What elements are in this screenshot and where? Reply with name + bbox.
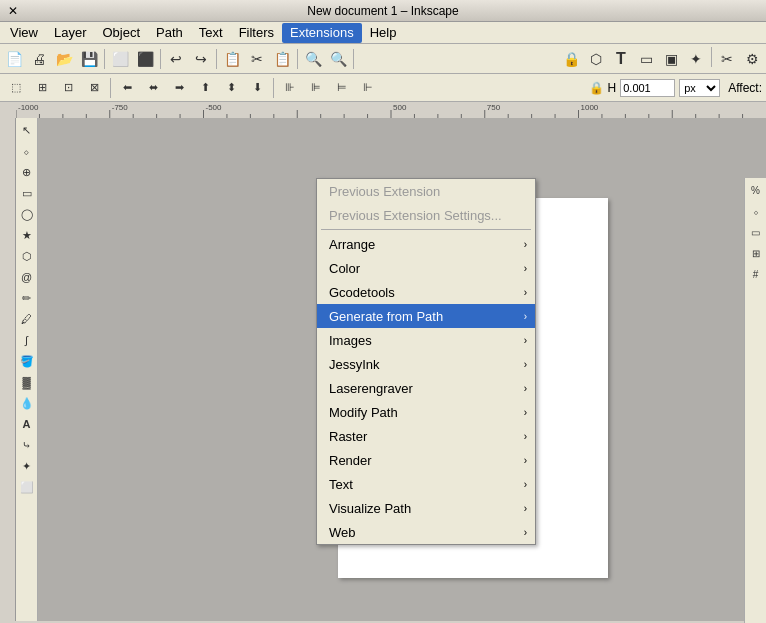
- menu-text[interactable]: Text ›: [317, 472, 535, 496]
- separator-3: [216, 49, 217, 69]
- menu-render[interactable]: Render ›: [317, 448, 535, 472]
- rect-tool[interactable]: ▭: [17, 183, 37, 203]
- menu-visualize-path[interactable]: Visualize Path ›: [317, 496, 535, 520]
- zoom-in-button[interactable]: 🔍: [301, 47, 325, 71]
- spiral-tool[interactable]: @: [17, 267, 37, 287]
- main-toolbar: 📄 🖨 📂 💾 ⬜ ⬛ ↩ ↪ 📋 ✂ 📋 🔍 🔍 🔒 ⬡ T ▭ ▣ ✦ ✂ …: [0, 44, 766, 74]
- arrow-generate: ›: [524, 311, 527, 322]
- rect-icon[interactable]: ▣: [659, 47, 683, 71]
- menu-generate-from-path[interactable]: Generate from Path ›: [317, 304, 535, 328]
- bucket-tool[interactable]: 🪣: [17, 351, 37, 371]
- cut2-icon[interactable]: ✂: [715, 47, 739, 71]
- unit-select[interactable]: px mm cm in: [679, 79, 720, 97]
- arrow-jessyink: ›: [524, 359, 527, 370]
- options-toolbar: ⬚ ⊞ ⊡ ⊠ ⬅ ⬌ ➡ ⬆ ⬍ ⬇ ⊪ ⊫ ⊨ ⊩ 🔒 H px mm cm…: [0, 74, 766, 102]
- eraser-tool[interactable]: ⬜: [17, 477, 37, 497]
- snap-btn4[interactable]: ⊠: [82, 76, 106, 100]
- menu-filters[interactable]: Filters: [231, 23, 282, 43]
- canvas-area[interactable]: Previous Extension Previous Extension Se…: [38, 118, 766, 621]
- menu-help[interactable]: Help: [362, 23, 405, 43]
- print-button[interactable]: 🖨: [27, 47, 51, 71]
- main-area: ↖ ⬦ ⊕ ▭ ◯ ★ ⬡ @ ✏ 🖊 ∫ 🪣 ▓ 💧 A ⤷ ✦ ⬜ Prev…: [0, 118, 766, 621]
- snap-nodes[interactable]: ⬦: [746, 201, 766, 221]
- distrib2[interactable]: ⊫: [304, 76, 328, 100]
- undo-button[interactable]: ↩: [164, 47, 188, 71]
- text-tool[interactable]: A: [17, 414, 37, 434]
- dropper-tool[interactable]: 💧: [17, 393, 37, 413]
- menu-gcodetools[interactable]: Gcodetools ›: [317, 280, 535, 304]
- align-middle[interactable]: ⬍: [219, 76, 243, 100]
- menu-layer[interactable]: Layer: [46, 23, 95, 43]
- 3d-box-tool[interactable]: ⬡: [17, 246, 37, 266]
- menu-view[interactable]: View: [2, 23, 46, 43]
- menu-images[interactable]: Images ›: [317, 328, 535, 352]
- distrib3[interactable]: ⊨: [330, 76, 354, 100]
- select-icon[interactable]: ▭: [634, 47, 658, 71]
- new-button[interactable]: 📄: [2, 47, 26, 71]
- align-bottom[interactable]: ⬇: [245, 76, 269, 100]
- node-icon[interactable]: ⬡: [584, 47, 608, 71]
- menu-jessyink[interactable]: JessyInk ›: [317, 352, 535, 376]
- height-input[interactable]: [620, 79, 675, 97]
- sep-opt1: [110, 78, 111, 98]
- calligraphy-tool[interactable]: ∫: [17, 330, 37, 350]
- menu-bar: View Layer Object Path Text Filters Exte…: [0, 22, 766, 44]
- ruler-h-canvas: [16, 102, 766, 118]
- menu-modify-path[interactable]: Modify Path ›: [317, 400, 535, 424]
- snap-btn3[interactable]: ⊡: [56, 76, 80, 100]
- zoom-out-button[interactable]: 🔍: [326, 47, 350, 71]
- snap-btn1[interactable]: ⬚: [4, 76, 28, 100]
- arrow-gcodetools: ›: [524, 287, 527, 298]
- export-button[interactable]: ⬛: [133, 47, 157, 71]
- align-center[interactable]: ⬌: [141, 76, 165, 100]
- menu-laserengraver[interactable]: Laserengraver ›: [317, 376, 535, 400]
- arrow-arrange: ›: [524, 239, 527, 250]
- extensions-menu[interactable]: Previous Extension Previous Extension Se…: [316, 178, 536, 545]
- distrib4[interactable]: ⊩: [356, 76, 380, 100]
- gradient-tool[interactable]: ▓: [17, 372, 37, 392]
- save-button[interactable]: 💾: [77, 47, 101, 71]
- snap-global[interactable]: %: [746, 180, 766, 200]
- menu-path[interactable]: Path: [148, 23, 191, 43]
- paste-button[interactable]: 📋: [270, 47, 294, 71]
- snap-page[interactable]: ⊞: [746, 243, 766, 263]
- menu-raster[interactable]: Raster ›: [317, 424, 535, 448]
- menu-text[interactable]: Text: [191, 23, 231, 43]
- arrow-render: ›: [524, 455, 527, 466]
- snap-bbox[interactable]: ▭: [746, 222, 766, 242]
- menu-color[interactable]: Color ›: [317, 256, 535, 280]
- menu-object[interactable]: Object: [94, 23, 148, 43]
- open-button[interactable]: 📂: [52, 47, 76, 71]
- menu-web[interactable]: Web ›: [317, 520, 535, 544]
- affect-label: Affect:: [728, 81, 762, 95]
- zoom-tool[interactable]: ⊕: [17, 162, 37, 182]
- cut-button[interactable]: ✂: [245, 47, 269, 71]
- arrow-raster: ›: [524, 431, 527, 442]
- snap-btn2[interactable]: ⊞: [30, 76, 54, 100]
- pencil-tool[interactable]: ✏: [17, 288, 37, 308]
- pen-tool[interactable]: 🖊: [17, 309, 37, 329]
- redo-button[interactable]: ↪: [189, 47, 213, 71]
- arrow-modify-path: ›: [524, 407, 527, 418]
- snap-icon[interactable]: 🔒: [559, 47, 583, 71]
- align-top[interactable]: ⬆: [193, 76, 217, 100]
- spray-icon[interactable]: ✦: [684, 47, 708, 71]
- snap-grid[interactable]: #: [746, 264, 766, 284]
- app-icon: ✕: [8, 4, 18, 18]
- copy-button[interactable]: 📋: [220, 47, 244, 71]
- node-tool[interactable]: ⬦: [17, 141, 37, 161]
- select-tool[interactable]: ↖: [17, 120, 37, 140]
- settings-icon[interactable]: ⚙: [740, 47, 764, 71]
- align-left[interactable]: ⬅: [115, 76, 139, 100]
- connector-tool[interactable]: ⤷: [17, 435, 37, 455]
- ellipse-tool[interactable]: ◯: [17, 204, 37, 224]
- text-icon[interactable]: T: [609, 47, 633, 71]
- spray-tool[interactable]: ✦: [17, 456, 37, 476]
- star-tool[interactable]: ★: [17, 225, 37, 245]
- arrow-color: ›: [524, 263, 527, 274]
- import-button[interactable]: ⬜: [108, 47, 132, 71]
- align-right[interactable]: ➡: [167, 76, 191, 100]
- menu-extensions[interactable]: Extensions: [282, 23, 362, 43]
- distrib1[interactable]: ⊪: [278, 76, 302, 100]
- menu-arrange[interactable]: Arrange ›: [317, 232, 535, 256]
